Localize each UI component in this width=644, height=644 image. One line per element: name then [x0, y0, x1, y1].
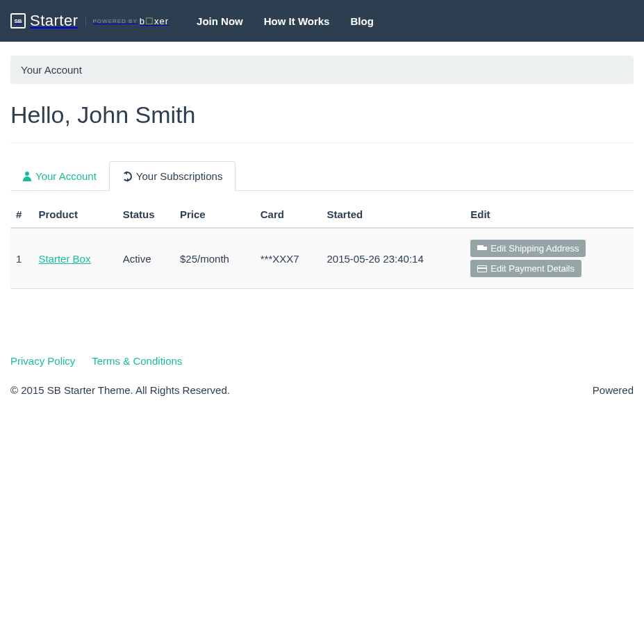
refresh-icon — [122, 172, 132, 181]
cell-price: $25/month — [174, 228, 255, 289]
footer-bottom: © 2015 SB Starter Theme. All Rights Rese… — [10, 384, 634, 396]
cell-edit: Edit Shipping Address Edit Payment Detai… — [465, 228, 634, 289]
col-card: Card — [255, 201, 322, 228]
table-row: 1 Starter Box Active $25/month ***XXX7 2… — [10, 228, 634, 289]
col-edit: Edit — [465, 201, 634, 228]
cell-product: Starter Box — [33, 228, 117, 289]
nav-links: Join Now How It Works Blog — [197, 15, 374, 27]
cell-card: ***XXX7 — [255, 228, 322, 289]
col-started: Started — [321, 201, 465, 228]
brand-icon — [10, 13, 26, 28]
privacy-link[interactable]: Privacy Policy — [10, 355, 75, 367]
col-num: # — [10, 201, 33, 228]
cell-num: 1 — [10, 228, 33, 289]
user-icon — [23, 172, 31, 181]
nav-link-how[interactable]: How It Works — [264, 15, 330, 27]
footer: Privacy Policy Terms & Conditions © 2015… — [0, 345, 644, 406]
copyright: © 2015 SB Starter Theme. All Rights Rese… — [10, 384, 230, 396]
brand-logo[interactable]: Starter POWERED BY b☐xer — [10, 12, 169, 30]
cell-started: 2015-05-26 23:40:14 — [321, 228, 465, 289]
card-icon — [477, 265, 487, 272]
brand-powered-by: POWERED BY b☐xer — [85, 16, 170, 26]
tabs: Your Account Your Subscriptions — [10, 160, 634, 191]
page-title: Hello, John Smith — [10, 101, 634, 129]
col-price: Price — [174, 201, 255, 228]
footer-links: Privacy Policy Terms & Conditions — [10, 355, 634, 367]
col-status: Status — [117, 201, 174, 228]
col-product: Product — [33, 201, 117, 228]
nav-link-blog[interactable]: Blog — [350, 15, 373, 27]
tab-your-subscriptions[interactable]: Your Subscriptions — [109, 161, 236, 191]
nav-link-join[interactable]: Join Now — [197, 15, 243, 27]
tab-your-account[interactable]: Your Account — [10, 161, 109, 191]
brand-text: Starter — [30, 12, 79, 30]
edit-shipping-button[interactable]: Edit Shipping Address — [470, 240, 586, 257]
subscriptions-table: # Product Status Price Card Started Edit… — [10, 201, 634, 289]
product-link[interactable]: Starter Box — [38, 253, 90, 265]
edit-payment-button[interactable]: Edit Payment Details — [470, 260, 581, 277]
cell-status: Active — [117, 228, 174, 289]
navbar: Starter POWERED BY b☐xer Join Now How It… — [0, 0, 644, 42]
truck-icon — [477, 245, 487, 252]
breadcrumb: Your Account — [10, 56, 634, 84]
powered-by-footer: Powered — [593, 384, 634, 396]
terms-link[interactable]: Terms & Conditions — [92, 355, 182, 367]
divider — [10, 142, 634, 143]
